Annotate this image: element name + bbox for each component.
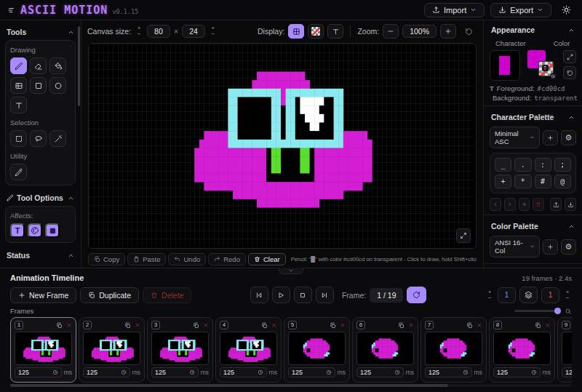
new-frame-button[interactable]: New Frame [10,287,76,303]
loop-button[interactable] [407,287,426,303]
thumbnail-zoom-slider[interactable] [514,308,572,315]
skip-to-start-button[interactable] [250,287,268,303]
frame-card[interactable]: 1125ms [10,317,76,383]
frame-duration-input[interactable]: 125 [356,367,404,377]
onion-prev-stepper[interactable]: +− [485,289,494,301]
color-palette-settings-button[interactable]: ⚙ [561,239,576,255]
frame-thumbnail[interactable] [220,332,277,365]
tools-section-header[interactable]: Tools [5,25,76,40]
pattern-tool-button[interactable] [10,77,27,94]
character-palette-header[interactable]: Character Palette [490,110,576,125]
frame-thumbnail[interactable] [288,332,346,365]
add-color-palette-button[interactable] [543,239,558,255]
palette-character-key[interactable]: * [514,175,531,188]
palette-character-key[interactable]: @ [554,175,571,188]
frame-card[interactable]: 2125ms [79,317,145,383]
duplicate-frame-icon[interactable] [330,322,336,329]
frame-duration-input[interactable]: 125 [220,367,267,377]
palette-character-key[interactable]: . [514,158,531,172]
display-grid-toggle[interactable] [288,24,304,39]
duplicate-frame-icon[interactable] [535,322,541,329]
ellipse-tool-button[interactable] [49,77,66,94]
frame-duration-input[interactable]: 125 [83,367,130,377]
display-transparency-toggle[interactable] [308,24,324,39]
zoom-in-button[interactable] [440,24,456,39]
onion-next-count[interactable]: 1 [541,287,559,303]
delete-char-button[interactable] [533,198,544,211]
pencil-tool-button[interactable] [10,57,27,74]
duplicate-frame-icon[interactable] [193,322,199,329]
redo-button[interactable]: Redo [208,253,246,265]
duplicate-frame-icon[interactable] [398,322,404,329]
frame-thumbnail[interactable] [493,332,551,365]
delete-frame-icon[interactable] [135,322,140,328]
palette-character-key[interactable]: + [495,175,511,188]
paste-button[interactable]: Paste [127,253,166,265]
fill-tool-button[interactable] [49,57,66,74]
onion-skin-button[interactable] [519,287,538,303]
frame-duration-input[interactable]: 125 [151,367,199,377]
zoom-out-button[interactable] [383,24,399,39]
eyedropper-tool-button[interactable] [10,164,27,180]
status-section-header[interactable]: Status [5,248,76,263]
slider-thumb[interactable] [554,308,561,314]
frame-thumbnail[interactable] [83,332,140,365]
delete-frame-icon[interactable] [477,322,482,328]
marquee-select-tool-button[interactable] [10,130,27,147]
character-preview[interactable] [490,50,520,81]
rectangle-tool-button[interactable] [30,77,47,94]
frame-thumbnail[interactable] [425,332,482,365]
frame-card[interactable]: 9125ms [557,317,572,383]
color-palette-header[interactable]: Color Palette [490,219,576,234]
play-button[interactable] [272,287,290,303]
magic-wand-tool-button[interactable] [49,130,66,147]
character-palette-select[interactable]: Minimal ASC [490,127,540,148]
sidebar-scrollbar[interactable] [78,26,80,106]
import-palette-button[interactable] [565,198,576,211]
drawing-canvas[interactable] [89,44,473,247]
frame-duration-input[interactable]: 125 [15,367,62,377]
add-palette-button[interactable] [543,130,558,145]
copy-button[interactable]: Copy [88,253,125,265]
eraser-tool-button[interactable] [30,57,47,74]
onion-prev-count[interactable]: 1 [498,287,516,303]
duplicate-frame-icon[interactable] [124,322,131,329]
delete-frame-icon[interactable] [66,322,72,328]
palette-settings-button[interactable]: ⚙ [561,130,576,145]
duplicate-frame-icon[interactable] [466,322,473,329]
onion-next-stepper[interactable]: +− [563,289,572,301]
frame-thumbnail[interactable] [15,332,72,365]
import-button[interactable]: Import [424,3,485,17]
frame-card[interactable]: 4125ms [215,317,282,383]
frame-card[interactable]: 7125ms [420,317,487,383]
palette-character-key[interactable]: # [535,175,551,188]
canvas-height-stepper[interactable]: +− [209,25,218,37]
zoom-reset-button[interactable] [460,23,477,39]
move-char-right-button[interactable] [504,198,516,211]
stop-button[interactable] [294,287,312,303]
affects-character-toggle[interactable]: T [10,223,25,238]
delete-frame-icon[interactable] [545,322,551,328]
duplicate-frame-icon[interactable] [261,322,268,329]
color-palette-select[interactable]: ANSI 16-Col [490,236,540,257]
undo-button[interactable]: Undo [168,253,206,265]
display-characters-toggle[interactable] [327,24,343,39]
frames-scrollbar[interactable] [10,384,572,387]
palette-character-key[interactable]: _ [495,158,511,172]
frame-card[interactable]: 5125ms [284,317,350,383]
frame-duration-input[interactable]: 125 [425,367,472,377]
frame-duration-input[interactable]: 125 [288,367,335,377]
frame-card[interactable]: 8125ms [489,317,555,383]
add-char-button[interactable] [519,198,530,211]
frame-card[interactable]: 3125ms [147,317,213,383]
swap-colors-button[interactable] [563,50,576,63]
canvas-width-stepper[interactable]: +− [135,25,143,37]
export-palette-button[interactable] [550,198,562,211]
delete-frame-icon[interactable] [408,322,414,328]
duplicate-frame-button[interactable]: Duplicate [80,287,139,303]
frame-thumbnail[interactable] [356,332,414,365]
theme-toggle-button[interactable] [557,2,575,18]
palette-character-key[interactable]: ; [554,158,571,172]
canvas-width-input[interactable]: 80 [147,25,170,38]
frame-thumbnail[interactable] [562,332,572,365]
